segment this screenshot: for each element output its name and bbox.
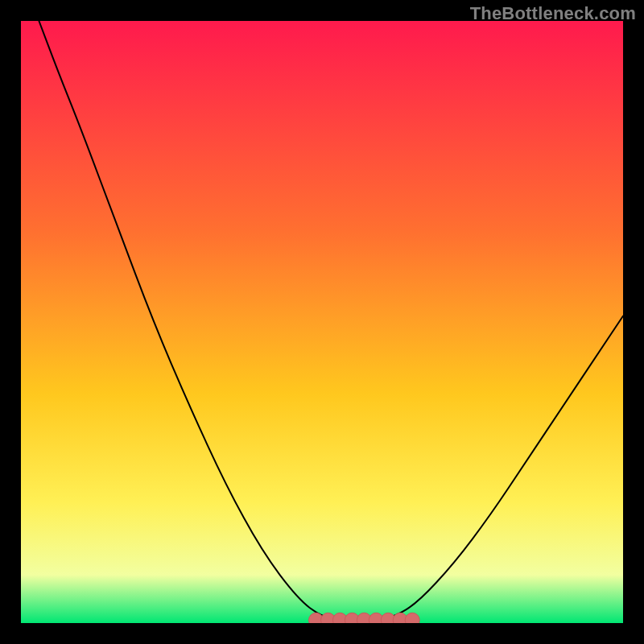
- minimum-marker: [405, 613, 419, 623]
- gradient-background: [21, 21, 623, 623]
- minimum-markers: [309, 613, 420, 623]
- plot-area: [21, 21, 623, 623]
- bottleneck-chart: [21, 21, 623, 623]
- outer-frame: TheBottleneck.com: [0, 0, 644, 644]
